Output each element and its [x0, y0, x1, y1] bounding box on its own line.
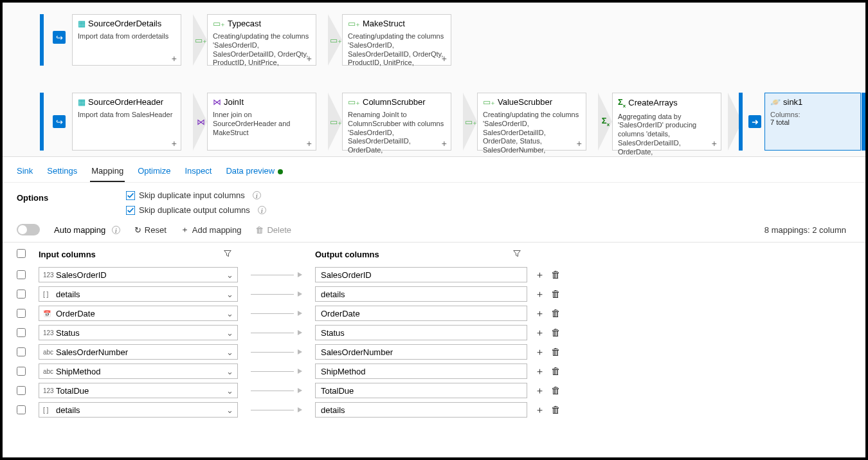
delete-mapping-icon[interactable]: 🗑 — [551, 269, 561, 281]
input-column-select[interactable]: abcShipMethod⌄ — [39, 363, 238, 379]
add-mapping-icon[interactable]: ＋ — [535, 269, 545, 281]
delete-mapping-icon[interactable]: 🗑 — [551, 385, 561, 397]
add-transform-icon[interactable]: + — [442, 53, 447, 64]
tab-settings[interactable]: Settings — [46, 163, 78, 182]
chevron-down-icon: ⌄ — [226, 367, 233, 376]
dataflow-canvas[interactable]: ↪ ▦SourceOrderDetailsImport data from or… — [3, 3, 865, 157]
add-transform-icon[interactable]: + — [307, 53, 312, 64]
transform-icon: ⋈ — [195, 116, 206, 127]
output-column-input[interactable]: SalesOrderNumber — [315, 344, 527, 360]
add-mapping-icon[interactable]: ＋ — [535, 308, 545, 320]
tab-data-preview[interactable]: Data preview — [224, 163, 284, 182]
skip-dup-input-checkbox[interactable]: Skip duplicate input columnsi — [126, 190, 266, 200]
input-column-select[interactable]: 123TotalDue⌄ — [39, 383, 238, 398]
input-column-select[interactable]: [ ]details⌄ — [39, 286, 238, 302]
add-transform-icon[interactable]: + — [577, 138, 582, 149]
tab-mapping[interactable]: Mapping — [90, 163, 125, 182]
output-column-input[interactable]: details — [315, 286, 527, 302]
info-icon[interactable]: i — [112, 226, 120, 234]
reset-button[interactable]: ↻Reset — [134, 225, 167, 235]
row-checkbox[interactable] — [17, 328, 26, 337]
mapping-arrow — [238, 311, 315, 316]
delete-mapping-icon[interactable]: 🗑 — [551, 365, 561, 378]
node-Typecast[interactable]: ▭₊TypecastCreating/updating the columns … — [207, 14, 316, 66]
output-column-input[interactable]: TotalDue — [315, 383, 527, 398]
sink-indicator — [739, 93, 743, 151]
row-checkbox[interactable] — [17, 405, 26, 414]
row-checkbox[interactable] — [17, 347, 26, 356]
node-JoinIt[interactable]: ⋈JoinItInner join on SourceOrderHeader a… — [207, 93, 316, 151]
filter-icon[interactable] — [224, 250, 231, 259]
output-column-name: SalesOrderID — [321, 270, 372, 280]
add-transform-icon[interactable]: + — [307, 138, 312, 149]
input-column-name: Status — [56, 328, 226, 338]
add-transform-icon[interactable]: + — [712, 138, 717, 149]
node-CreateArrays[interactable]: ΣxCreateArraysAggregating data by 'Sales… — [612, 93, 721, 151]
preview-status-dot — [278, 169, 283, 174]
row-checkbox[interactable] — [17, 367, 26, 376]
node-desc: Import data from SalesHeader — [78, 111, 176, 120]
add-mapping-icon[interactable]: ＋ — [535, 346, 545, 358]
input-column-select[interactable]: 123SalesOrderID⌄ — [39, 267, 238, 282]
add-mapping-button[interactable]: ＋Add mapping — [181, 224, 242, 235]
add-mapping-icon[interactable]: ＋ — [535, 288, 545, 300]
input-column-select[interactable]: abcSalesOrderNumber⌄ — [39, 344, 238, 360]
node-ValueScrubber[interactable]: ▭₊ValueScrubberCreating/updating the col… — [477, 93, 586, 151]
reset-icon: ↻ — [134, 225, 141, 235]
input-column-select[interactable]: 📅OrderDate⌄ — [39, 306, 238, 321]
trash-icon: 🗑 — [255, 225, 264, 235]
auto-mapping-toggle[interactable] — [17, 224, 40, 235]
output-column-input[interactable]: OrderDate — [315, 306, 527, 321]
output-column-input[interactable]: ShipMethod — [315, 363, 527, 379]
tab-inspect[interactable]: Inspect — [183, 163, 213, 182]
input-column-select[interactable]: [ ]details⌄ — [39, 402, 238, 418]
add-transform-icon[interactable]: + — [172, 138, 177, 149]
row-checkbox[interactable] — [17, 270, 26, 279]
output-column-input[interactable]: details — [315, 402, 527, 418]
transform-icon: ▭₊ — [466, 116, 476, 127]
node-sink1[interactable]: 🪐sink1 Columns: 7 total — [764, 93, 861, 151]
delete-mapping-icon[interactable]: 🗑 — [551, 404, 561, 416]
delete-mapping-icon[interactable]: 🗑 — [551, 288, 561, 300]
node-title: CreateArrays — [628, 98, 678, 107]
tab-optimize[interactable]: Optimize — [136, 163, 172, 182]
row-checkbox[interactable] — [17, 309, 26, 318]
select-all-checkbox[interactable] — [17, 249, 26, 258]
output-column-name: details — [321, 405, 345, 415]
mapping-arrow — [238, 272, 315, 277]
node-MakeStruct[interactable]: ▭₊MakeStructCreating/updating the column… — [342, 14, 451, 66]
input-column-select[interactable]: 123Status⌄ — [39, 325, 238, 340]
add-mapping-icon[interactable]: ＋ — [535, 327, 545, 339]
delete-mapping-icon[interactable]: 🗑 — [551, 346, 561, 358]
delete-mapping-icon[interactable]: 🗑 — [551, 327, 561, 339]
mapping-arrow — [238, 291, 315, 297]
sink-icon: ➜ — [748, 115, 761, 128]
node-title: JoinIt — [224, 97, 244, 107]
add-mapping-icon[interactable]: ＋ — [535, 385, 545, 397]
add-transform-icon[interactable]: + — [442, 138, 447, 149]
delete-mapping-icon[interactable]: 🗑 — [551, 308, 561, 320]
node-title: SourceOrderDetails — [88, 19, 161, 28]
transform-icon: Σx — [601, 116, 611, 127]
output-column-input[interactable]: Status — [315, 325, 527, 340]
output-column-name: Status — [321, 328, 345, 338]
output-column-name: ShipMethod — [321, 367, 365, 376]
row-checkbox[interactable] — [17, 290, 26, 299]
output-column-input[interactable]: SalesOrderID — [315, 267, 527, 282]
node-ColumnScrubber[interactable]: ▭₊ColumnScrubberRenaming JoinIt to Colum… — [342, 93, 451, 151]
add-mapping-icon[interactable]: ＋ — [535, 404, 545, 416]
node-SourceOrderHeader[interactable]: ▦SourceOrderHeaderImport data from Sales… — [72, 93, 181, 151]
node-title: sink1 — [783, 97, 802, 107]
info-icon[interactable]: i — [258, 206, 266, 214]
add-transform-icon[interactable]: + — [172, 53, 177, 64]
node-SourceOrderDetails[interactable]: ▦SourceOrderDetailsImport data from orde… — [72, 14, 181, 66]
filter-icon[interactable] — [513, 250, 521, 259]
add-mapping-icon[interactable]: ＋ — [535, 365, 545, 378]
tab-sink[interactable]: Sink — [15, 163, 34, 182]
row-checkbox[interactable] — [17, 386, 26, 395]
info-icon[interactable]: i — [253, 191, 261, 199]
transform-icon: ▭₊ — [195, 35, 206, 45]
delete-button[interactable]: 🗑Delete — [255, 225, 291, 235]
input-column-name: SalesOrderNumber — [56, 347, 226, 357]
skip-dup-output-checkbox[interactable]: Skip duplicate output columnsi — [126, 205, 266, 215]
